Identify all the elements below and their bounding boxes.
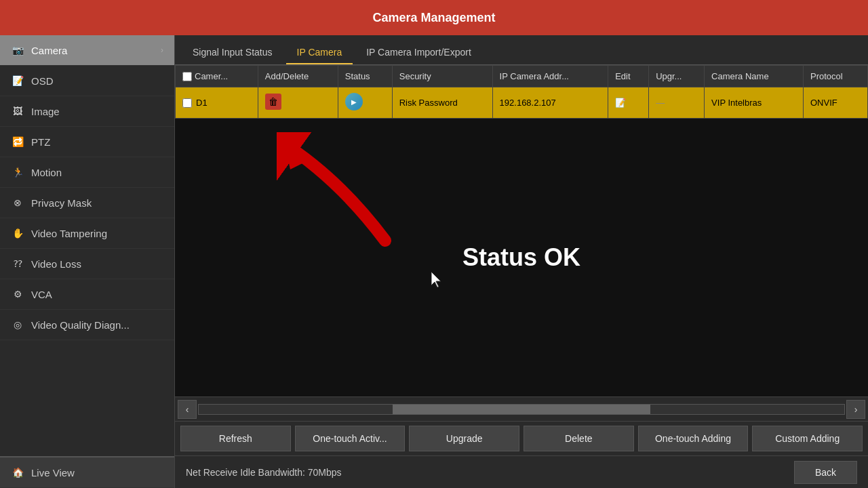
video-quality-icon: ◎ [11,318,24,331]
one-touch-activate-button[interactable]: One-touch Activ... [295,426,406,451]
row-status [338,87,392,119]
sidebar-item-video-quality[interactable]: ◎ Video Quality Diagn... [0,310,174,340]
sidebar-item-video-tampering[interactable]: ✋ Video Tampering [0,218,174,249]
refresh-button[interactable]: Refresh [180,426,291,451]
bottom-button-bar: Refresh One-touch Activ... Upgrade Delet… [175,421,868,455]
ptz-icon: 🔁 [11,135,24,148]
one-touch-adding-button[interactable]: One-touch Adding [638,426,749,451]
sidebar-label-privacy-mask: Privacy Mask [31,197,92,209]
sidebar-label-live-view: Live View [31,467,75,479]
row-upgrade: — [649,87,705,119]
row-checkbox[interactable] [182,98,192,108]
privacy-mask-icon: ⊗ [11,196,24,209]
cursor [431,272,445,291]
row-protocol: ONVIF [803,87,867,119]
live-view-icon: 🏠 [11,466,24,479]
delete-row-icon[interactable] [265,94,281,110]
video-tampering-icon: ✋ [11,226,24,240]
edit-row-icon[interactable]: 📝 [615,98,626,108]
row-add-delete [258,87,338,119]
horizontal-scrollbar: ‹ › [175,396,868,421]
camera-table-container: Camer... Add/Delete Status Security IP C… [175,65,868,119]
sidebar-label-osd: OSD [31,75,54,87]
sidebar-item-camera[interactable]: 📷 Camera › [0,35,174,66]
sidebar-arrow: › [161,45,163,55]
sidebar-label-image: Image [31,106,60,117]
status-ok-label: Status OK [462,243,580,272]
scroll-thumb[interactable] [393,405,651,414]
sidebar-label-video-quality: Video Quality Diagn... [31,319,130,331]
sidebar-item-image[interactable]: 🖼 Image [0,96,174,127]
delete-button[interactable]: Delete [524,426,634,451]
row-camera-name: VIP Intelbras [705,87,804,119]
sidebar-item-osd[interactable]: 📝 OSD [0,66,174,96]
footer: Net Receive Idle Bandwidth: 70Mbps Back [175,455,868,488]
motion-icon: 🏃 [11,165,24,179]
content-area: Signal Input Status IP Camera IP Camera … [175,35,868,488]
preview-area: Status OK [175,119,868,396]
col-header-upgrade: Upgr... [649,66,705,87]
tab-ip-camera[interactable]: IP Camera [286,41,353,64]
sidebar-item-video-loss[interactable]: ⁇ Video Loss [0,249,174,279]
sidebar-label-vca: VCA [31,289,52,300]
select-all-checkbox[interactable] [182,72,192,81]
video-loss-icon: ⁇ [11,257,24,270]
table-row: D1 Risk Password 192.16 [176,87,868,119]
custom-adding-button[interactable]: Custom Adding [752,426,863,451]
tab-ip-camera-import[interactable]: IP Camera Import/Export [355,41,482,64]
bandwidth-text: Net Receive Idle Bandwidth: 70Mbps [186,467,342,478]
col-header-protocol: Protocol [803,66,867,87]
row-ip: 192.168.2.107 [492,87,608,119]
sidebar-label-ptz: PTZ [31,136,50,148]
scroll-right-button[interactable]: › [846,400,865,419]
sidebar-item-vca[interactable]: ⚙ VCA [0,279,174,310]
sidebar-item-live-view[interactable]: 🏠 Live View [0,456,174,488]
red-arrow [277,132,412,254]
sidebar-item-motion[interactable]: 🏃 Motion [0,157,174,188]
scroll-left-button[interactable]: ‹ [178,400,197,419]
row-security: Risk Password [392,87,492,119]
scroll-track[interactable] [198,404,845,415]
col-header-camera-name: Camera Name [705,66,804,87]
image-icon: 🖼 [11,104,24,118]
sidebar: 📷 Camera › 📝 OSD 🖼 Image 🔁 PTZ 🏃 Motion … [0,35,175,488]
tab-signal-input[interactable]: Signal Input Status [182,41,283,64]
camera-table: Camer... Add/Delete Status Security IP C… [175,65,868,119]
vca-icon: ⚙ [11,287,24,301]
row-camera-id: D1 [176,87,258,119]
sidebar-label-camera: Camera [31,45,67,56]
col-header-camera: Camer... [176,66,258,87]
sidebar-label-motion: Motion [31,167,62,178]
sidebar-item-ptz[interactable]: 🔁 PTZ [0,127,174,157]
sidebar-label-video-tampering: Video Tampering [31,228,107,239]
title-bar: Camera Management [0,0,868,35]
col-header-security: Security [392,66,492,87]
sidebar-item-privacy-mask[interactable]: ⊗ Privacy Mask [0,188,174,218]
col-header-ip: IP Camera Addr... [492,66,608,87]
col-header-status: Status [338,66,392,87]
upgrade-button[interactable]: Upgrade [409,426,519,451]
row-edit: 📝 [608,87,649,119]
tab-bar: Signal Input Status IP Camera IP Camera … [175,35,868,65]
col-header-add-delete: Add/Delete [258,66,338,87]
back-button[interactable]: Back [794,461,857,484]
sidebar-label-video-loss: Video Loss [31,258,81,270]
status-play-icon[interactable] [345,93,363,110]
col-header-edit: Edit [608,66,649,87]
title-text: Camera Management [372,11,495,25]
camera-icon: 📷 [11,43,24,57]
osd-icon: 📝 [11,74,24,87]
